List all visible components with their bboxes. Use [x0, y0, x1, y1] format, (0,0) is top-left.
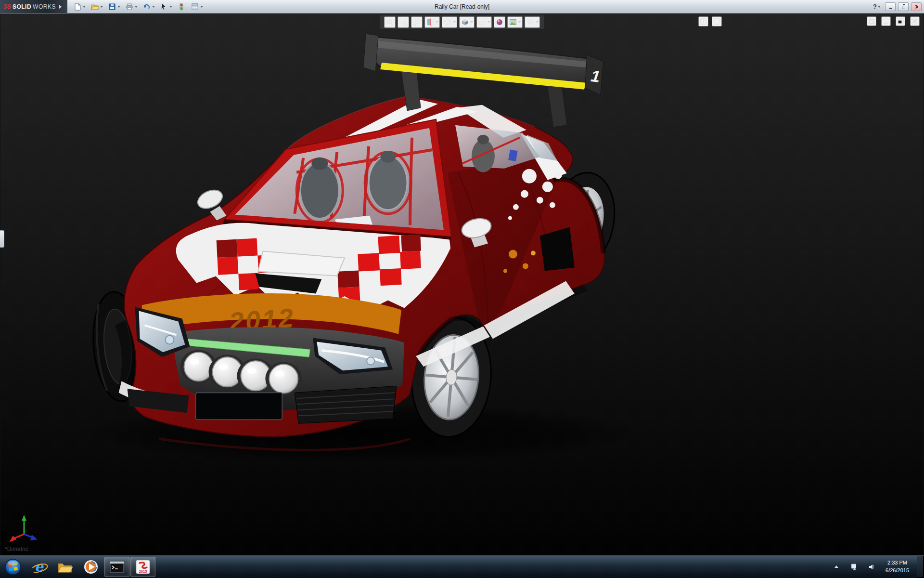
tray-overflow-button[interactable]: [831, 557, 842, 577]
dropdown-caret-icon[interactable]: [470, 21, 473, 23]
dropdown-caret-icon[interactable]: [152, 6, 155, 8]
window-controls: ?: [871, 1, 924, 12]
dropdown-caret-icon[interactable]: [518, 21, 521, 23]
heads-up-view-toolbar: [380, 15, 544, 29]
dropdown-caret-icon[interactable]: [436, 21, 438, 23]
view-orientation-cube-icon: [443, 18, 452, 26]
new-document-button[interactable]: [71, 1, 88, 13]
orientation-triad: [8, 514, 39, 543]
dropdown-caret-icon[interactable]: [536, 21, 539, 23]
graphics-area[interactable]: 2012: [0, 13, 924, 555]
edit-appearance-button[interactable]: [494, 16, 505, 28]
dropdown-caret-icon[interactable]: [83, 6, 86, 8]
taskbar-solidworks[interactable]: 2015: [130, 557, 155, 577]
single-pane-icon: [713, 18, 720, 25]
restore-icon: [901, 4, 905, 10]
help-icon: ?: [873, 3, 877, 10]
pane-controls: [698, 16, 722, 26]
open-button[interactable]: [89, 1, 105, 13]
apply-scene-button[interactable]: [507, 16, 523, 28]
view-orientation-label: *Dimetric: [5, 546, 28, 552]
taskbar-media-player[interactable]: [78, 557, 103, 577]
display-style-button[interactable]: [459, 16, 475, 28]
dropdown-caret-icon[interactable]: [135, 6, 138, 8]
previous-view-button[interactable]: [411, 16, 423, 28]
document-title: Rally Car [Read-only]: [435, 3, 489, 10]
start-button[interactable]: [0, 557, 26, 577]
rebuild-icon: [177, 2, 186, 11]
media-player-icon: [83, 559, 99, 575]
undo-button[interactable]: [141, 1, 157, 13]
previous-view-icon: [412, 18, 421, 26]
solidworks-app-icon: 2015: [136, 560, 150, 574]
tray-volume-button[interactable]: [865, 557, 877, 577]
tray-network-button[interactable]: [847, 557, 860, 577]
dropdown-caret-icon[interactable]: [200, 6, 203, 8]
select-cursor-icon: [160, 2, 168, 11]
dropdown-caret-icon[interactable]: [117, 6, 120, 8]
car-license-plate[interactable]: [195, 393, 282, 420]
volume-icon: [868, 563, 874, 571]
doc-close-button[interactable]: [910, 16, 920, 26]
taskbar-internet-explorer[interactable]: e: [26, 557, 51, 577]
app-restore-button[interactable]: [898, 2, 909, 11]
brand-text-works: WORKS: [33, 3, 56, 10]
taskbar-clock[interactable]: 2:33 PM 6/26/2015: [882, 559, 912, 574]
solidworks-badge-year: 2015: [139, 569, 147, 574]
select-button[interactable]: [158, 1, 174, 13]
standard-toolbar: [71, 1, 205, 13]
command-prompt-icon: [110, 561, 124, 573]
dropdown-caret-icon[interactable]: [878, 6, 881, 8]
minimize-icon: [888, 4, 892, 10]
view-settings-button[interactable]: [525, 16, 540, 28]
doc-float-icon: [868, 18, 875, 25]
show-desktop-button[interactable]: [917, 555, 924, 578]
single-pane-button[interactable]: [712, 16, 722, 26]
hide-show-items-button[interactable]: [476, 16, 492, 28]
taskbar-file-explorer[interactable]: [52, 557, 77, 577]
system-tray: 2:33 PM 6/26/2015: [831, 555, 924, 578]
section-view-icon: [426, 18, 435, 26]
internet-explorer-icon: e: [31, 559, 47, 575]
save-icon: [108, 2, 116, 11]
save-button[interactable]: [106, 1, 122, 13]
clock-time: 2:33 PM: [886, 559, 909, 566]
view-orientation-button[interactable]: [442, 16, 457, 28]
options-button[interactable]: [189, 1, 205, 13]
3d-model-render[interactable]: 2012: [0, 13, 924, 555]
app-minimize-button[interactable]: [885, 2, 896, 11]
ie-ring: [30, 562, 49, 574]
zoom-to-fit-button[interactable]: [384, 16, 396, 28]
doc-restore-button[interactable]: [896, 16, 905, 26]
split-pane-button[interactable]: [698, 16, 708, 26]
document-window-controls: [867, 16, 920, 26]
title-bar: 3S SOLIDWORKS: [0, 0, 924, 13]
app-close-button[interactable]: [911, 2, 922, 11]
windows-start-orb-icon: [4, 558, 22, 576]
menu-expand-icon[interactable]: [59, 5, 62, 9]
clock-date: 6/26/2015: [886, 567, 909, 574]
folder-icon: [57, 560, 73, 574]
dassault-logo-icon: 3S: [3, 3, 11, 10]
dropdown-caret-icon[interactable]: [169, 6, 172, 8]
zoom-to-area-button[interactable]: [398, 16, 409, 28]
chevron-up-icon: [834, 565, 838, 568]
help-button[interactable]: ?: [871, 1, 883, 12]
print-button[interactable]: [123, 1, 140, 13]
zoom-to-area-icon: [399, 18, 408, 26]
split-pane-icon: [700, 18, 707, 25]
doc-minimize-button[interactable]: [881, 16, 891, 26]
dropdown-caret-icon[interactable]: [488, 21, 490, 23]
feature-manager-flyout-tab[interactable]: [0, 230, 4, 248]
dropdown-caret-icon[interactable]: [100, 6, 103, 8]
zoom-to-fit-icon: [385, 18, 394, 26]
options-sheet-icon: [191, 2, 199, 11]
new-document-icon: [73, 2, 82, 11]
brand-text-solid: SOLID: [13, 3, 31, 10]
rebuild-button[interactable]: [175, 1, 188, 13]
doc-float-button[interactable]: [867, 16, 876, 26]
taskbar-command-prompt[interactable]: [104, 557, 129, 577]
dropdown-caret-icon[interactable]: [453, 21, 456, 23]
section-view-button[interactable]: [424, 16, 440, 28]
print-icon: [125, 2, 134, 11]
